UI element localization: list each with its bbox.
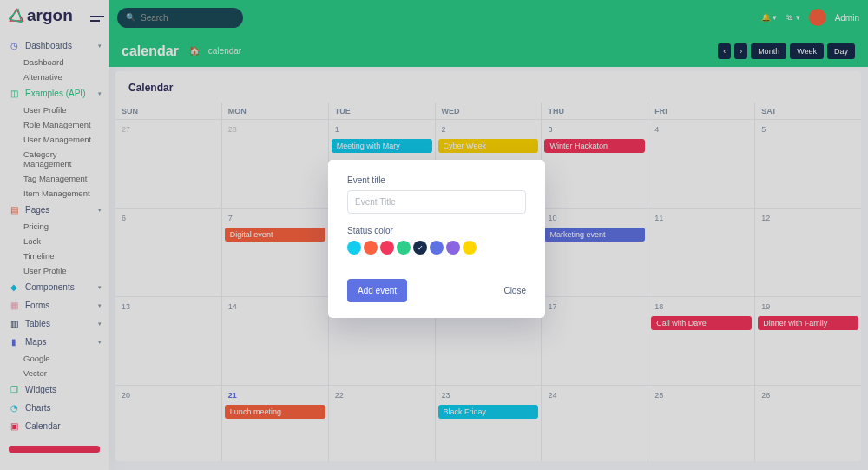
event-title-label: Event title (347, 175, 526, 185)
color-swatch-purple[interactable] (446, 241, 460, 255)
color-swatch-danger[interactable] (380, 241, 394, 255)
status-color-label: Status color (347, 226, 526, 235)
color-swatch-default[interactable]: ✓ (413, 241, 427, 255)
color-swatch-success[interactable] (397, 241, 411, 255)
event-title-input[interactable] (347, 190, 526, 214)
close-button[interactable]: Close (503, 286, 526, 295)
color-swatches: ✓ (347, 241, 526, 255)
color-swatch-yellow[interactable] (463, 241, 477, 255)
event-modal: Event title Status color ✓ Add event Clo… (328, 160, 545, 318)
color-swatch-warning[interactable] (364, 241, 378, 255)
color-swatch-primary[interactable] (430, 241, 444, 255)
add-event-button[interactable]: Add event (347, 279, 407, 302)
color-swatch-info[interactable] (347, 241, 361, 255)
